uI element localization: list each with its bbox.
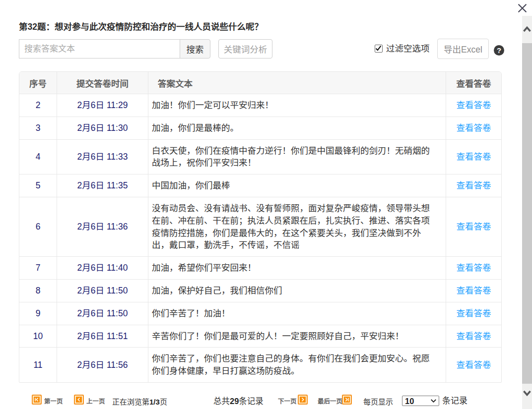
table-row: 3 2月6日 11:30 加油，你们是最棒的。 查看答卷 [19,117,501,140]
scroll-down-icon[interactable] [523,390,531,396]
table-row: 4 2月6日 11:33 白衣天使，你们在疫情中奋力逆行！你们是中国最锋利的剑刃… [19,140,501,175]
filter-empty-checkbox[interactable] [375,45,383,53]
submit-time-cell: 2月6日 11:29 [57,94,148,117]
scrollbar-thumb[interactable] [522,43,532,384]
browsing-status: 正在浏览第1/3页 [112,397,167,407]
table-row: 7 2月6日 11:40 加油，希望你们平安回来！ 查看答卷 [19,257,501,280]
table-row: 10 2月6日 11:51 辛苦你们了！你们是最可爱的人！一定要照顾好自己，平安… [19,325,501,348]
view-answer-link[interactable]: 查看答卷 [457,263,491,273]
answer-text-cell: 加油！你们一定可以平安归来！ [148,94,446,117]
answer-text-cell: 加油，保护好自己，我们相信你们 [148,280,446,302]
submit-time-cell: 2月6日 11:36 [57,197,148,257]
row-number-cell: 7 [19,257,57,280]
table-header-row: 序号 提交答卷时间 答案文本 查看答卷 [19,72,501,94]
keyword-analysis-button[interactable]: 关键词分析 [218,39,272,58]
submit-time-cell: 2月6日 11:30 [57,117,148,140]
answer-text-cell: 白衣天使，你们在疫情中奋力逆行！你们是中国最锋利的剑刃！无硝烟的战场上，祝你们平… [148,140,446,175]
view-answer-link[interactable]: 查看答卷 [457,308,491,318]
submit-time-cell: 2月6日 11:50 [57,302,148,325]
per-page-value: 10 [405,397,414,406]
total-count-value: 29 [230,397,239,406]
filter-empty-label[interactable]: 过滤空选项 [386,43,430,55]
first-page-icon [34,397,39,402]
table-row: 8 2月6日 11:50 加油，保护好自己，我们相信你们 查看答卷 [19,280,501,302]
answer-text-cell: 你们辛苦了，你们也要注意自己的身体。有你们在我们会更加安心。祝愿你们身体健康，早… [148,348,446,382]
table-row: 11 2月6日 11:56 你们辛苦了，你们也要注意自己的身体。有你们在我们会更… [19,348,501,382]
question-title: 第32题：想对参与此次疫情防控和治疗的一线人员说些什么呢？ [19,21,263,33]
next-page-icon [300,397,305,402]
view-answer-link[interactable]: 查看答卷 [457,331,491,341]
row-number-cell: 4 [19,140,57,175]
scroll-up-icon[interactable] [523,26,531,32]
row-number-cell: 10 [19,325,57,348]
column-header-no: 序号 [19,72,57,94]
checkmark-icon [375,45,382,52]
prev-page-icon [76,397,81,402]
row-number-cell: 5 [19,175,57,197]
chevron-down-icon [431,399,436,403]
next-page-label[interactable]: 下一页 [278,397,297,407]
submit-time-cell: 2月6日 11:33 [57,140,148,175]
submit-time-cell: 2月6日 11:51 [57,325,148,348]
browsing-prefix: 正在浏览第 [112,398,149,406]
survey-answer-modal: 第32题：想对参与此次疫情防控和治疗的一线人员说些什么呢？ 搜索 关键词分析 过… [0,0,532,409]
row-number-cell: 11 [19,348,57,382]
first-page-button[interactable] [32,395,42,405]
view-answer-link[interactable]: 查看答卷 [457,152,491,162]
column-header-answer: 答案文本 [148,72,446,94]
answers-table: 序号 提交答卷时间 答案文本 查看答卷 2 2月6日 11:29 加油！你们一定… [19,71,502,383]
column-header-time: 提交答卷时间 [57,72,148,94]
view-answer-link[interactable]: 查看答卷 [457,180,491,190]
submit-time-cell: 2月6日 11:56 [57,348,148,382]
prev-page-button[interactable] [74,395,84,405]
answer-text-cell: 你们辛苦了！加油！ [148,302,446,325]
next-page-button[interactable] [298,395,308,405]
view-answer-link[interactable]: 查看答卷 [457,123,491,133]
records-suffix: 条记录 [442,396,467,406]
answer-text-cell: 中国加油，你们最棒 [148,175,446,197]
table-row: 2 2月6日 11:29 加油！你们一定可以平安归来！ 查看答卷 [19,94,501,117]
scrollbar[interactable] [522,16,532,409]
answer-text-cell: 辛苦你们了！你们是最可爱的人！一定要照顾好自己，平安归来！ [148,325,446,348]
submit-time-cell: 2月6日 11:40 [57,257,148,280]
row-number-cell: 8 [19,280,57,302]
view-answer-link[interactable]: 查看答卷 [457,100,491,110]
submit-time-cell: 2月6日 11:35 [57,175,148,197]
table-row: 5 2月6日 11:35 中国加油，你们最棒 查看答卷 [19,175,501,197]
browsing-suffix: 页 [160,398,167,406]
help-icon[interactable]: ? [494,45,504,56]
total-suffix: 条记录 [239,397,264,406]
last-page-button[interactable] [342,395,352,405]
per-page-label: 每页显示 [363,397,393,407]
view-answer-link[interactable]: 查看答卷 [457,286,491,295]
table-row: 6 2月6日 11:36 没有动员会、没有请战书、没有誓师照，面对复杂严峻疫情，… [19,197,501,257]
search-input[interactable] [19,39,180,58]
search-button[interactable]: 搜索 [180,39,210,58]
table-row: 9 2月6日 11:50 你们辛苦了！加油！ 查看答卷 [19,302,501,325]
row-number-cell: 6 [19,197,57,257]
answer-text-cell: 没有动员会、没有请战书、没有誓师照，面对复杂严峻疫情，领导带头想在前、冲在前、干… [148,197,446,257]
close-button[interactable] [518,3,527,13]
per-page-select[interactable]: 10 [402,396,439,406]
answer-text-cell: 加油，希望你们平安回来！ [148,257,446,280]
first-page-label[interactable]: 第一页 [44,397,63,407]
last-page-label[interactable]: 最后一页 [318,397,342,407]
view-answer-link[interactable]: 查看答卷 [457,222,491,232]
last-page-icon [344,397,349,402]
prev-page-label[interactable]: 上一页 [86,397,105,407]
total-prefix: 总共 [213,397,230,406]
column-header-view: 查看答卷 [446,72,501,94]
submit-time-cell: 2月6日 11:50 [57,280,148,302]
total-records: 总共29条记录 [213,396,264,406]
row-number-cell: 2 [19,94,57,117]
answer-text-cell: 加油，你们是最棒的。 [148,117,446,140]
current-page-value: 1/3 [149,398,160,406]
close-icon [518,3,527,13]
view-answer-link[interactable]: 查看答卷 [457,360,491,370]
row-number-cell: 3 [19,117,57,140]
row-number-cell: 9 [19,302,57,325]
export-excel-button[interactable]: 导出Excel [437,39,489,59]
answers-table-body: 2 2月6日 11:29 加油！你们一定可以平安归来！ 查看答卷 3 2月6日 … [19,94,501,382]
